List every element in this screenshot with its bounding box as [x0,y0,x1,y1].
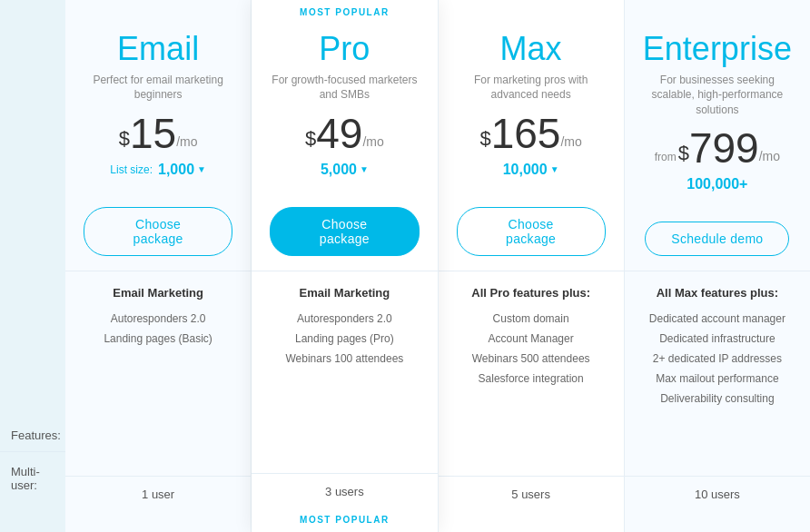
feature-item-email-0: Autoresponders 2.0 [84,309,232,329]
most-popular-badge-bottom-email [65,512,251,532]
features-section-enterprise: All Max features plus:Dedicated account … [625,271,810,476]
price-dollar-pro: $ [305,127,316,151]
plan-header-pro: ProFor growth-focused marketers and SMBs… [252,22,437,200]
plan-col-max: MaxFor marketing pros with advanced need… [439,0,625,532]
multiuser-label: Multi-user: [0,451,65,505]
multiuser-value-enterprise: 10 users [643,488,792,501]
price-from-enterprise: from [655,151,677,163]
price-dollar-max: $ [479,127,490,151]
features-section-max: All Pro features plus:Custom domainAccou… [439,271,624,476]
plan-price-enterprise: from$799/mo [643,127,792,169]
price-dollar-enterprise: $ [678,142,689,165]
price-amount-max: 165 [491,113,561,154]
feature-item-enterprise-0: Dedicated account manager [643,309,792,329]
list-size-row-max: 10,000▼ [457,158,606,185]
feature-item-max-3: Salesforce integration [457,369,606,389]
multiuser-value-max: 5 users [457,488,606,501]
cta-area-enterprise: Schedule demo [625,214,810,271]
list-size-arrow-pro[interactable]: ▼ [360,164,369,174]
cta-button-pro[interactable]: Choose package [270,207,419,256]
features-section-email: Email MarketingAutoresponders 2.0Landing… [65,271,251,476]
price-amount-email: 15 [130,113,176,154]
multiuser-section-email: 1 user [65,476,251,512]
plans-row: EmailPerfect for email marketing beginne… [65,0,810,532]
price-period-pro: /mo [362,134,383,149]
multiuser-section-max: 5 users [439,476,624,512]
plan-desc-max: For marketing pros with advanced needs [457,73,606,103]
plan-header-enterprise: EnterpriseFor businesses seeking scalabl… [625,22,810,214]
plan-col-email: EmailPerfect for email marketing beginne… [65,0,252,532]
plan-col-pro: MOST POPULARProFor growth-focused market… [252,0,438,532]
label-column: Features: Multi-user: [0,0,65,532]
cta-button-enterprise[interactable]: Schedule demo [645,222,789,256]
feature-item-enterprise-1: Dedicated infrastructure [643,329,792,349]
plan-header-max: MaxFor marketing pros with advanced need… [439,22,624,200]
price-amount-pro: 49 [316,113,362,154]
multiuser-value-pro: 3 users [270,485,419,498]
plan-price-pro: $49/mo [270,113,419,154]
most-popular-badge-top-max [439,0,624,22]
plan-name-enterprise: Enterprise [643,31,792,67]
multiuser-value-email: 1 user [84,488,232,501]
features-title-pro: Email Marketing [270,286,419,300]
cta-button-max[interactable]: Choose package [457,207,606,256]
features-title-enterprise: All Max features plus: [643,286,792,300]
feature-item-max-1: Account Manager [457,329,606,349]
feature-item-enterprise-3: Max mailout performance [643,369,792,389]
feature-item-email-1: Landing pages (Basic) [84,329,232,349]
price-amount-enterprise: 799 [689,127,759,169]
plan-header-email: EmailPerfect for email marketing beginne… [65,22,251,200]
feature-item-max-0: Custom domain [457,309,606,329]
list-size-label: List size: [110,163,153,176]
feature-item-enterprise-4: Deliverability consulting [643,389,792,409]
most-popular-badge-top-email [65,0,251,22]
most-popular-badge-top-pro: MOST POPULAR [252,0,437,22]
list-size-row-email: List size:1,000▼ [84,158,232,185]
most-popular-badge-bottom-max [439,512,624,532]
most-popular-badge-bottom-enterprise [625,512,810,532]
feature-item-pro-2: Webinars 100 attendees [270,349,419,369]
list-size-row-pro: 5,000▼ [270,158,419,185]
cta-area-pro: Choose package [252,200,437,271]
plan-price-max: $165/mo [457,113,606,154]
list-size-arrow-max[interactable]: ▼ [550,164,559,174]
plan-name-email: Email [84,31,232,67]
price-period-enterprise: /mo [759,149,780,163]
multiuser-section-enterprise: 10 users [625,476,810,512]
feature-item-pro-1: Landing pages (Pro) [270,329,419,349]
feature-item-max-2: Webinars 500 attendees [457,349,606,369]
features-title-email: Email Marketing [84,286,232,300]
plan-desc-pro: For growth-focused marketers and SMBs [270,73,419,103]
plan-price-email: $15/mo [84,113,232,154]
price-period-max: /mo [560,134,581,149]
plan-name-pro: Pro [270,31,419,67]
most-popular-badge-top-enterprise [625,0,810,22]
list-size-row-enterprise: 100,000+ [643,172,792,200]
features-label: Features: [0,412,65,451]
cta-button-email[interactable]: Choose package [84,207,232,256]
list-size-value-enterprise[interactable]: 100,000+ [687,176,747,192]
multiuser-section-pro: 3 users [252,473,437,509]
list-size-value-max[interactable]: 10,000 [503,162,548,178]
plan-desc-email: Perfect for email marketing beginners [84,73,232,103]
plan-desc-enterprise: For businesses seeking scalable, high-pe… [643,73,792,118]
feature-item-enterprise-2: 2+ dedicated IP addresses [643,349,792,369]
price-dollar-email: $ [119,127,130,151]
price-period-email: /mo [176,134,197,149]
cta-area-max: Choose package [439,200,624,271]
most-popular-badge-bottom-pro: MOST POPULAR [252,509,437,532]
features-title-max: All Pro features plus: [457,286,606,300]
list-size-arrow-email[interactable]: ▼ [197,164,206,174]
list-size-value-pro[interactable]: 5,000 [321,162,357,178]
feature-item-pro-0: Autoresponders 2.0 [270,309,419,329]
list-size-value-email[interactable]: 1,000 [158,162,194,178]
features-section-pro: Email MarketingAutoresponders 2.0Landing… [252,271,437,473]
cta-area-email: Choose package [65,200,251,271]
plan-name-max: Max [457,31,606,67]
plan-col-enterprise: EnterpriseFor businesses seeking scalabl… [625,0,810,532]
